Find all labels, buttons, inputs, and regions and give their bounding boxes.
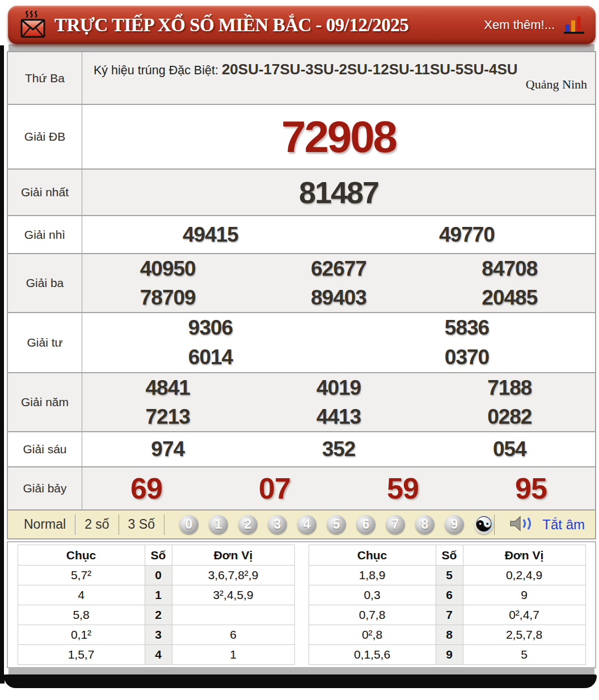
donvi-cell: 0,2,4,9 bbox=[463, 566, 585, 585]
prize-number: 84708 bbox=[424, 254, 595, 283]
table-row: 1,5,7 4 1 bbox=[18, 645, 294, 665]
prize-number: 72908 bbox=[82, 111, 595, 163]
col-header-so: Số bbox=[145, 545, 172, 566]
results-table: Thứ Ba Ký hiệu trúng Đặc Biệt:20SU-17SU-… bbox=[7, 51, 596, 511]
donvi-cell: 1 bbox=[172, 645, 294, 665]
mode-2so-button[interactable]: 2 số bbox=[75, 517, 118, 532]
so-cell: 7 bbox=[436, 605, 463, 625]
table-header-row: Chục Số Đơn Vị bbox=[309, 545, 585, 566]
table-row: 5,7² 0 3,6,7,8²,9 bbox=[18, 566, 294, 585]
ball-3[interactable]: 3 bbox=[268, 515, 287, 534]
ball-1[interactable]: 1 bbox=[209, 515, 228, 534]
bottom-divider bbox=[9, 668, 594, 674]
prize-row-fourth: Giải tư 9306 5836 6014 0370 bbox=[8, 313, 595, 373]
mode-3so-button[interactable]: 3 Số bbox=[119, 517, 164, 532]
chuc-cell: 0²,8 bbox=[309, 625, 436, 645]
special-sign-prefix: Ký hiệu trúng Đặc Biệt: bbox=[94, 64, 218, 77]
prize-number: 69 bbox=[82, 471, 210, 505]
digit-balls: 0 1 2 3 4 5 6 7 8 9 ☯ bbox=[179, 515, 493, 534]
ball-4[interactable]: 4 bbox=[297, 515, 317, 534]
ball-9[interactable]: 9 bbox=[445, 515, 464, 534]
mute-button[interactable]: Tắt âm bbox=[494, 515, 595, 535]
mute-label: Tắt âm bbox=[542, 517, 585, 533]
prize-number: 89403 bbox=[253, 283, 424, 312]
ball-6[interactable]: 6 bbox=[356, 515, 376, 534]
col-header-so: Số bbox=[436, 545, 463, 566]
weekday-label: Thứ Ba bbox=[8, 52, 82, 104]
donvi-cell: 5 bbox=[463, 645, 585, 665]
prize-row-third: Giải ba 40950 62677 84708 78709 89403 20… bbox=[8, 254, 595, 313]
ball-0[interactable]: 0 bbox=[179, 515, 199, 534]
prize-number: 4841 bbox=[82, 373, 253, 402]
prize-number: 054 bbox=[424, 437, 595, 461]
chuc-cell: 0,1,5,6 bbox=[309, 645, 436, 665]
mode-normal-button[interactable]: Normal bbox=[20, 517, 75, 532]
prize-number: 974 bbox=[82, 437, 253, 461]
prize-number: 7188 bbox=[424, 373, 595, 402]
prize-row-special: Giải ĐB 72908 bbox=[8, 105, 595, 170]
page-title: TRỰC TIẾP XỔ SỐ MIỀN BẮC - 09/12/2025 bbox=[54, 15, 408, 36]
bar-chart-icon[interactable] bbox=[563, 15, 585, 35]
prize-row-sixth: Giải sáu 974 352 054 bbox=[8, 432, 595, 467]
speaker-icon bbox=[508, 515, 537, 534]
prize-row-fifth: Giải năm 4841 4019 7188 7213 4413 0282 bbox=[8, 373, 595, 432]
ball-5[interactable]: 5 bbox=[327, 515, 346, 534]
chuc-cell: 0,7,8 bbox=[309, 605, 436, 625]
so-cell: 3 bbox=[145, 625, 172, 645]
prize-number: 49770 bbox=[339, 223, 595, 247]
widget-bottom-frame bbox=[4, 674, 597, 688]
so-cell: 6 bbox=[436, 585, 463, 605]
chuc-cell: 0,1² bbox=[18, 625, 145, 645]
prize-label: Giải nhất bbox=[8, 170, 82, 215]
digit-summary-area: Chục Số Đơn Vị 5,7² 0 3,6,7,8²,9 4 1 3²,… bbox=[7, 541, 596, 668]
chuc-cell: 1,8,9 bbox=[309, 566, 436, 585]
chuc-cell: 1,5,7 bbox=[18, 645, 145, 665]
control-bar: Normal 2 số 3 Số 0 1 2 3 4 5 6 7 8 9 ☯ bbox=[7, 511, 596, 539]
donvi-cell: 3²,4,5,9 bbox=[172, 585, 294, 605]
prize-label: Giải bảy bbox=[8, 467, 82, 509]
donvi-cell: 3,6,7,8²,9 bbox=[172, 566, 294, 585]
so-cell: 1 bbox=[145, 585, 172, 605]
title-bar: TRỰC TIẾP XỔ SỐ MIỀN BẮC - 09/12/2025 Xe… bbox=[8, 6, 596, 44]
ball-2[interactable]: 2 bbox=[238, 515, 258, 534]
table-row: 1,8,9 5 0,2,4,9 bbox=[309, 566, 585, 585]
prize-number: 40950 bbox=[82, 254, 253, 283]
col-header-donvi: Đơn Vị bbox=[463, 545, 585, 566]
prize-number: 4413 bbox=[253, 402, 424, 431]
table-header-row: Chục Số Đơn Vị bbox=[18, 545, 294, 566]
top-divider bbox=[9, 44, 594, 51]
prize-row-seventh: Giải bảy 69 07 59 95 bbox=[8, 467, 595, 511]
prize-number: 20485 bbox=[424, 283, 595, 312]
so-cell: 0 bbox=[145, 566, 172, 585]
so-cell: 5 bbox=[436, 566, 463, 585]
prize-number: 81487 bbox=[82, 175, 595, 210]
table-row: 0,1,5,6 9 5 bbox=[309, 645, 585, 665]
prize-number: 07 bbox=[210, 471, 339, 505]
ball-7[interactable]: 7 bbox=[386, 515, 405, 534]
prize-label: Giải sáu bbox=[8, 432, 82, 466]
so-cell: 2 bbox=[145, 605, 172, 625]
ball-8[interactable]: 8 bbox=[415, 515, 435, 534]
table-row: 0,1² 3 6 bbox=[18, 625, 294, 645]
donvi-cell: 2,5,7,8 bbox=[463, 625, 585, 645]
special-sign-line: Ký hiệu trúng Đặc Biệt:20SU-17SU-3SU-2SU… bbox=[94, 58, 556, 81]
chuc-cell: 5,7² bbox=[18, 566, 145, 585]
results-widget: Thứ Ba Ký hiệu trúng Đặc Biệt:20SU-17SU-… bbox=[0, 44, 599, 688]
prize-number: 59 bbox=[339, 471, 467, 505]
prize-label: Giải ĐB bbox=[8, 105, 82, 168]
prize-number: 6014 bbox=[82, 343, 339, 372]
donvi-cell: 0²,4,7 bbox=[463, 605, 585, 625]
prize-number: 4019 bbox=[253, 373, 424, 402]
table-row: 4 1 3²,4,5,9 bbox=[18, 585, 294, 605]
table-row: 0,3 6 9 bbox=[309, 585, 585, 605]
col-header-donvi: Đơn Vị bbox=[172, 545, 294, 566]
prize-row-first: Giải nhất 81487 bbox=[8, 170, 595, 216]
prize-number: 0370 bbox=[339, 343, 595, 372]
prize-number: 62677 bbox=[253, 254, 424, 283]
prize-number: 49415 bbox=[82, 223, 339, 247]
chuc-cell: 5,8 bbox=[18, 605, 145, 625]
yin-yang-icon[interactable]: ☯ bbox=[474, 515, 493, 534]
donvi-cell: 6 bbox=[172, 625, 294, 645]
chuc-cell: 0,3 bbox=[309, 585, 436, 605]
see-more-link[interactable]: Xem thêm!... bbox=[484, 18, 563, 32]
